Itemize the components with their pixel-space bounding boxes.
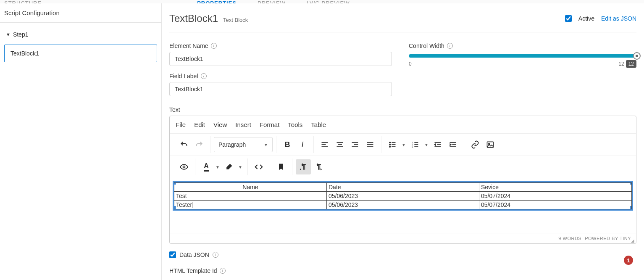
numbered-list-button[interactable]: 123 [407, 137, 423, 152]
svg-rect-30 [487, 142, 494, 147]
editor-content[interactable]: Name Date Sevice Test 05/06/2023 05/07/2… [170, 178, 636, 233]
chevron-down-icon: ▼ [264, 143, 268, 147]
tree-node-textblock1[interactable]: TextBlock1 [4, 45, 157, 62]
text-color-dropdown[interactable]: ▼ [214, 159, 221, 174]
field-label-label: Field Label [169, 73, 198, 79]
table-header[interactable]: Sevice [479, 183, 632, 192]
sidebar-title: Script Configuration [0, 3, 161, 23]
menu-tools[interactable]: Tools [288, 121, 302, 128]
active-checkbox[interactable] [565, 15, 572, 22]
info-icon[interactable]: i [211, 43, 217, 49]
chevron-down-icon: ▼ [6, 32, 11, 37]
table-cell[interactable]: 05/06/2023 [327, 201, 479, 209]
tree-node-label: Step1 [13, 31, 29, 38]
align-left-button[interactable] [317, 137, 332, 152]
redo-button[interactable] [192, 137, 207, 152]
resize-grip-icon[interactable]: ◢ [631, 238, 635, 243]
bullet-list-dropdown[interactable]: ▼ [400, 137, 407, 152]
svg-point-12 [389, 142, 391, 143]
info-icon[interactable]: i [213, 252, 218, 258]
slider-value-badge: 12 [626, 60, 636, 68]
notification-badge[interactable]: 1 [624, 256, 633, 265]
menu-table[interactable]: Table [311, 121, 326, 128]
data-json-label: Data JSON [179, 251, 209, 258]
text-cursor [192, 202, 192, 208]
slider-thumb[interactable] [633, 52, 641, 60]
menu-insert[interactable]: Insert [235, 121, 251, 128]
bullet-list-button[interactable] [385, 137, 400, 152]
word-count[interactable]: 9 WORDS [558, 236, 581, 241]
link-button[interactable] [468, 137, 483, 152]
html-template-label: HTML Template Id [169, 267, 217, 274]
sidebar: Script Configuration ▼ Step1 TextBlock1 [0, 3, 162, 280]
active-label: Active [578, 15, 594, 22]
align-justify-button[interactable] [363, 137, 378, 152]
highlight-dropdown[interactable]: ▼ [237, 159, 244, 174]
table-row[interactable]: Tester 05/06/2023 05/07/2024 [174, 201, 632, 209]
control-width-slider[interactable]: 0 12 12 [409, 52, 636, 68]
bookmark-button[interactable] [273, 159, 289, 174]
bold-button[interactable]: B [280, 137, 295, 152]
content-panel: TextBlock1 Text Block Active Edit as JSO… [162, 3, 644, 280]
text-label: Text [169, 106, 636, 113]
table-cell[interactable]: 05/07/2024 [479, 201, 632, 209]
numbered-list-dropdown[interactable]: ▼ [423, 137, 430, 152]
block-format-select[interactable]: Paragraph ▼ [214, 137, 273, 152]
preview-button[interactable] [176, 159, 192, 174]
svg-point-32 [183, 166, 185, 168]
table-cell[interactable]: 05/07/2024 [479, 192, 632, 201]
content-table[interactable]: Name Date Sevice Test 05/06/2023 05/07/2… [174, 182, 632, 209]
menu-view[interactable]: View [213, 121, 227, 128]
field-label-input[interactable] [169, 82, 392, 96]
italic-button[interactable]: I [295, 137, 310, 152]
image-button[interactable] [483, 137, 498, 152]
slider-max: 12 [618, 61, 624, 67]
info-icon[interactable]: i [447, 43, 453, 49]
control-width-label: Control Width [409, 42, 444, 49]
svg-point-14 [389, 144, 391, 145]
table-header[interactable]: Name [174, 183, 327, 192]
menu-edit[interactable]: Edit [194, 121, 205, 128]
menu-file[interactable]: File [176, 121, 186, 128]
rtl-button[interactable] [296, 159, 311, 174]
undo-button[interactable] [176, 137, 192, 152]
align-right-button[interactable] [347, 137, 363, 152]
indent-button[interactable] [445, 137, 460, 152]
table-cell[interactable]: 05/06/2023 [327, 192, 479, 201]
page-title: TextBlock1 [169, 13, 218, 24]
svg-point-16 [389, 146, 391, 148]
menu-format[interactable]: Format [260, 121, 280, 128]
element-name-label: Element Name [169, 42, 208, 49]
table-row[interactable]: Test 05/06/2023 05/07/2024 [174, 192, 632, 201]
text-color-button[interactable]: A [199, 159, 214, 174]
code-button[interactable] [251, 159, 266, 174]
powered-by: POWERED BY TINY [585, 236, 631, 241]
table-header[interactable]: Date [327, 183, 479, 192]
ltr-button[interactable] [311, 159, 326, 174]
outdent-button[interactable] [430, 137, 445, 152]
rich-text-editor: File Edit View Insert Format Tools Table… [169, 116, 636, 244]
table-cell[interactable]: Test [174, 192, 327, 201]
element-name-input[interactable] [169, 52, 392, 66]
block-format-value: Paragraph [218, 141, 246, 148]
table-cell[interactable]: Tester [174, 201, 327, 209]
element-type-label: Text Block [223, 17, 248, 23]
slider-min: 0 [409, 61, 412, 67]
edit-as-json-link[interactable]: Edit as JSON [601, 15, 636, 22]
highlight-button[interactable] [221, 159, 237, 174]
tree-node-step1[interactable]: ▼ Step1 [4, 27, 157, 42]
info-icon[interactable]: i [220, 268, 226, 274]
align-center-button[interactable] [332, 137, 347, 152]
info-icon[interactable]: i [201, 73, 207, 79]
data-json-checkbox[interactable] [169, 251, 176, 258]
svg-text:3: 3 [412, 145, 413, 148]
